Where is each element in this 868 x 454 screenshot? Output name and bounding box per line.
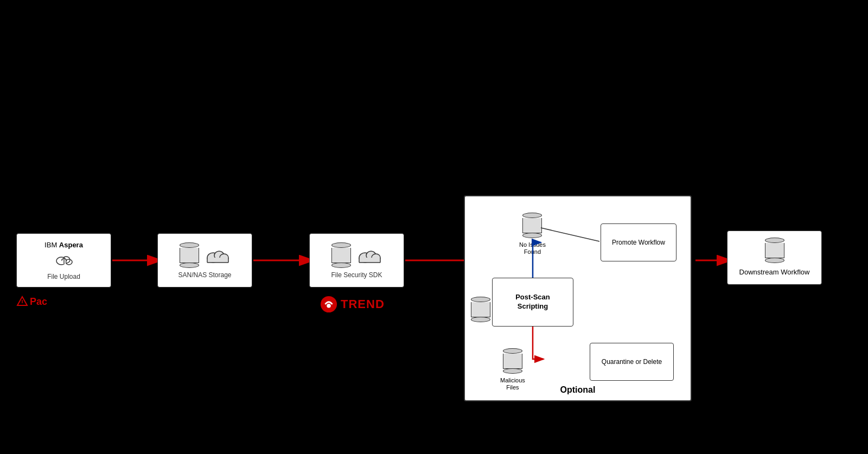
ibm-aspera-title: IBM Aspera (44, 241, 83, 249)
post-scan-label: Post-ScanScripting (515, 293, 550, 311)
vpac-text: Pac (30, 296, 47, 308)
svg-rect-15 (207, 258, 228, 263)
file-security-cloud-icon (356, 246, 382, 264)
vpac-logo-icon (16, 296, 28, 308)
quarantine-node: Quarantine or Delete (590, 343, 674, 381)
ibm-aspera-node: IBM Aspera File Upload (16, 233, 111, 287)
downstream-workflow-label: Downstream Workflow (739, 267, 810, 277)
file-security-label: File Security SDK (331, 271, 382, 279)
optional-label: Optional (560, 385, 596, 395)
optional-box: No IssuesFound Promote Workflow Post-Sca… (464, 195, 692, 401)
san-cylinder-icon (180, 242, 199, 268)
malicious-files-cylinder-icon (503, 348, 522, 374)
post-scan-node: Post-ScanScripting (492, 278, 573, 327)
svg-rect-22 (359, 258, 380, 263)
quarantine-label: Quarantine or Delete (602, 358, 662, 366)
promote-workflow-label: Promote Workflow (612, 239, 665, 246)
vpac-logo: Pac (16, 296, 47, 308)
downstream-workflow-node: Downstream Workflow (727, 231, 822, 285)
cloud-upload-icon (54, 251, 74, 271)
san-cloud-icon (205, 246, 231, 264)
svg-point-32 (327, 304, 331, 308)
diagram-area: IBM Aspera File Upload (0, 201, 868, 429)
malicious-files-label: MaliciousFiles (500, 377, 525, 391)
file-security-node: File Security SDK (309, 233, 404, 287)
trend-text: TRENDi (341, 297, 388, 311)
san-nas-label: SAN/NAS Storage (178, 271, 231, 279)
file-security-cylinder-icon (331, 242, 351, 268)
post-scan-cylinder-icon (471, 297, 490, 322)
san-nas-node: SAN/NAS Storage (157, 233, 252, 287)
promote-workflow-node: Promote Workflow (601, 223, 676, 261)
downstream-cylinder-icon (765, 238, 784, 263)
no-issues-cylinder-icon (522, 213, 542, 238)
svg-line-28 (541, 228, 599, 241)
no-issues-found-label: No IssuesFound (519, 241, 546, 255)
trend-micro-logo: TRENDi (320, 296, 388, 313)
trend-micro-icon (320, 296, 337, 313)
file-upload-label: File Upload (47, 273, 80, 280)
